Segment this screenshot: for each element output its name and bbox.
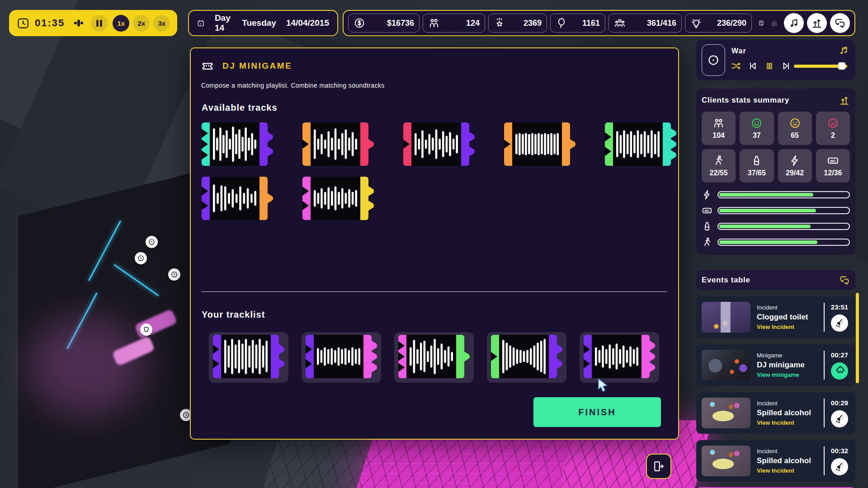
event-view-link[interactable]: View minigame: [757, 371, 823, 378]
bank-icon[interactable]: [771, 17, 778, 29]
map-shield-badge[interactable]: [140, 324, 152, 336]
available-track-tile[interactable]: [302, 177, 374, 222]
broom-icon: [834, 318, 845, 328]
exit-club-button[interactable]: [646, 454, 671, 479]
broom-action-button[interactable]: [831, 314, 848, 332]
event-card[interactable]: Incident Spilled alcohol View Incident 0…: [696, 392, 855, 434]
events-header: Events table: [696, 270, 855, 290]
client-stat-card: 104: [702, 112, 736, 145]
event-card[interactable]: Incident Clogged toilet View Incident 23…: [696, 296, 855, 338]
vinyl-button[interactable]: [702, 44, 725, 76]
available-track-tile[interactable]: [202, 122, 274, 168]
tracklist-slot[interactable]: [487, 332, 566, 383]
balloon-icon: [556, 17, 567, 29]
volume-icon[interactable]: [72, 17, 85, 29]
shuffle-button[interactable]: [731, 61, 741, 71]
section-divider: [202, 291, 667, 292]
available-track-tile[interactable]: [504, 122, 576, 168]
event-time: 00:29: [831, 399, 848, 407]
need-bar: [702, 237, 850, 248]
client-stat-card: 29/42: [778, 149, 812, 183]
tracklist-tile[interactable]: [398, 335, 470, 380]
tracklist-slot[interactable]: [580, 332, 659, 383]
resource-pill: 2369: [488, 14, 547, 33]
available-tracks-row-2: [202, 177, 374, 222]
tasks-icon[interactable]: [758, 17, 765, 29]
sad-icon: [827, 117, 839, 129]
need-bar: WC: [702, 205, 850, 216]
broom-action-button[interactable]: [831, 458, 848, 475]
modal-subtitle: Compose a matching playlist. Combine mat…: [201, 82, 385, 89]
resource-pill: 236/290: [685, 14, 752, 33]
player-controls: [731, 61, 792, 71]
event-card[interactable]: Incident Spilled alcohol View Incident 0…: [696, 440, 855, 482]
need-bar: [702, 189, 850, 200]
available-tracks-row-1: [202, 122, 677, 168]
bg-glow: [344, 434, 479, 488]
event-time: 00:32: [831, 447, 848, 455]
finish-button[interactable]: FINISH: [533, 397, 661, 427]
note-circle-button[interactable]: [784, 13, 804, 33]
star-value: 2369: [524, 19, 542, 28]
puzzle-action-button[interactable]: [831, 362, 848, 380]
money-value: $16736: [387, 19, 414, 28]
map-clock-badge[interactable]: [135, 252, 147, 264]
event-view-link[interactable]: View Incident: [757, 419, 823, 426]
wc-icon: WC: [827, 155, 839, 167]
client-stat-card: WC 12/36: [816, 149, 850, 183]
available-track-tile[interactable]: [403, 122, 475, 168]
resource-pill: 1161: [550, 14, 605, 33]
tracklist-slot[interactable]: [209, 332, 288, 383]
tracklist-slot[interactable]: [302, 332, 381, 383]
tracklist-tile[interactable]: [213, 335, 285, 380]
weekday-label: Tuesday: [242, 18, 276, 28]
stats-chart-icon[interactable]: [839, 95, 850, 106]
day-label: Day 14: [215, 13, 232, 33]
event-view-link[interactable]: View Incident: [757, 324, 823, 330]
tracklist-tile[interactable]: [584, 335, 656, 380]
map-clock-badge[interactable]: [168, 268, 180, 281]
client-stat-card: 65: [778, 112, 812, 145]
event-type: Minigame: [757, 352, 823, 359]
previous-button[interactable]: [747, 61, 758, 71]
tracklist-tile[interactable]: [306, 335, 377, 380]
tracklist-slot[interactable]: [394, 332, 474, 383]
bg-neon-line: [88, 221, 121, 281]
speed-button-1x[interactable]: 1x: [113, 15, 129, 32]
tracklist-row: [209, 332, 659, 383]
speed-button-3x[interactable]: 3x: [153, 15, 170, 32]
music-note-icon: [838, 45, 849, 56]
event-view-link[interactable]: View Incident: [757, 467, 823, 474]
speed-button-2x[interactable]: 2x: [133, 15, 150, 32]
clients-stats-title: Clients stats summary: [702, 96, 789, 105]
stats-circle-button[interactable]: [807, 13, 827, 33]
ticket-icon: [201, 59, 214, 73]
need-bar: [702, 221, 850, 232]
events-scrollbar[interactable]: [856, 293, 859, 383]
chat-circle-button[interactable]: [830, 13, 850, 33]
volume-slider[interactable]: [794, 65, 847, 68]
event-thumbnail: [702, 350, 750, 380]
bottle-icon: [750, 155, 763, 167]
available-track-tile[interactable]: [202, 177, 274, 222]
next-button[interactable]: [781, 61, 792, 71]
available-track-tile[interactable]: [302, 122, 374, 168]
broom-action-button[interactable]: [831, 410, 848, 427]
music-player: War: [696, 40, 855, 80]
volume-slider-knob[interactable]: [838, 62, 845, 70]
pause-playback-button[interactable]: [764, 61, 775, 71]
note-icon: [788, 17, 800, 29]
happy-icon: [750, 117, 763, 129]
pause-button[interactable]: [91, 15, 108, 32]
event-type: Incident: [757, 304, 823, 311]
resource-pill: $16736: [348, 14, 420, 33]
available-track-tile[interactable]: [605, 122, 677, 168]
event-type: Incident: [757, 400, 823, 407]
bulb-icon: [690, 17, 702, 29]
vinyl-icon: [707, 53, 720, 67]
map-clock-badge[interactable]: [146, 236, 158, 248]
event-name: Clogged toilet: [757, 313, 823, 322]
event-card[interactable]: Minigame DJ minigame View minigame 00:27: [696, 344, 855, 386]
events-chat-icon[interactable]: [839, 275, 850, 286]
tracklist-tile[interactable]: [491, 335, 563, 380]
